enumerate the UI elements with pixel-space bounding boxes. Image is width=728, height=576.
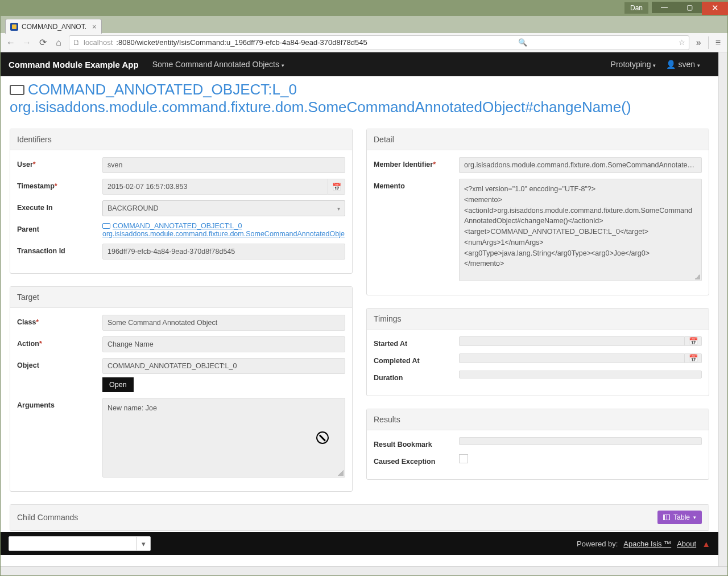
panel-child-commands: Child Commands Table ▾ xyxy=(10,504,709,531)
field-duration xyxy=(459,371,702,378)
grid-icon xyxy=(663,515,670,520)
apache-isis-link[interactable]: Apache Isis ™ xyxy=(623,540,671,548)
panel-timings: Timings Started At 📅 Completed At 📅 xyxy=(366,308,709,396)
close-icon[interactable]: × xyxy=(92,22,97,31)
user-icon: 👤 xyxy=(666,60,676,69)
page-title-object: COMMAND_ANNOTATED_OBJECT:L_0 xyxy=(28,81,297,98)
label-duration: Duration xyxy=(374,371,459,382)
no-drop-cursor-icon xyxy=(316,431,329,444)
parent-link-line1[interactable]: COMMAND_ANNOTATED_OBJECT:L_0 xyxy=(113,222,242,230)
select-execute-in[interactable]: BACKGROUND ▾ xyxy=(102,200,345,216)
panel-identifiers: Identifiers User* sven Timestamp* xyxy=(10,129,353,274)
chevron-down-icon: ▾ xyxy=(337,205,340,212)
chevron-down-icon: ▾ xyxy=(282,63,284,68)
app-navbar: Command Module Example App Some Command … xyxy=(1,52,718,76)
browser-tabstrip: COMMAND_ANNOT. × xyxy=(1,16,727,33)
nav-prototyping[interactable]: Prototyping▾ xyxy=(611,60,656,69)
favicon-icon xyxy=(10,23,18,31)
nav-user-menu[interactable]: 👤sven▾ xyxy=(666,60,700,69)
horizontal-scrollbar[interactable] xyxy=(1,566,727,575)
panel-heading: Child Commands xyxy=(17,513,78,522)
panel-heading: Identifiers xyxy=(10,129,352,150)
hamburger-menu-button[interactable]: ≡ xyxy=(713,38,723,48)
checkbox-caused-exception[interactable] xyxy=(459,454,468,463)
nav-item-label: Some Command Annotated Objects xyxy=(152,60,279,69)
chevron-down-icon: ▾ xyxy=(693,515,696,520)
nav-some-command-objects[interactable]: Some Command Annotated Objects▾ xyxy=(152,60,284,69)
field-timestamp: 2015-02-07 16:57:03.853 xyxy=(102,179,328,195)
url-host: localhost xyxy=(84,38,113,47)
label-action: Action* xyxy=(17,336,102,348)
field-started-at xyxy=(459,336,685,346)
home-button[interactable]: ⌂ xyxy=(53,38,64,48)
panel-results: Results Result Bookmark Caused Exception xyxy=(366,409,709,480)
panel-detail: Detail Member Identifier* org.isisaddons… xyxy=(366,129,709,295)
address-bar[interactable]: 🗋 localhost:8080/wicket/entity/IsisComma… xyxy=(69,35,689,50)
calendar-icon[interactable]: 📅 xyxy=(685,336,702,346)
label-execute-in: Execute In xyxy=(17,200,102,212)
footer-dropdown[interactable]: ▾ xyxy=(9,536,151,551)
label-user: User* xyxy=(17,157,102,168)
parent-link-line2[interactable]: org.isisaddons.module.command.fixture.do… xyxy=(102,230,345,238)
field-user: sven xyxy=(102,157,345,173)
search-icon[interactable]: 🔍 xyxy=(518,38,527,47)
tab-title: COMMAND_ANNOT. xyxy=(22,23,89,31)
object-icon xyxy=(102,223,110,229)
label-completed-at: Completed At xyxy=(374,353,459,365)
panel-heading: Detail xyxy=(367,129,709,150)
label-transaction-id: Transaction Id xyxy=(17,244,102,255)
page-icon: 🗋 xyxy=(73,38,80,47)
select-value: BACKGROUND xyxy=(107,204,159,212)
browser-tab[interactable]: COMMAND_ANNOT. × xyxy=(5,19,102,34)
window-maximize-button[interactable]: ▢ xyxy=(677,2,702,13)
reload-button[interactable]: ⟳ xyxy=(37,37,48,48)
resize-grip-icon[interactable] xyxy=(338,470,344,476)
window-close-button[interactable]: ✕ xyxy=(702,2,728,15)
panel-heading: Target xyxy=(10,287,352,308)
label-class: Class* xyxy=(17,315,102,326)
label-started-at: Started At xyxy=(374,336,459,348)
divider xyxy=(708,36,709,49)
url-path: :8080/wicket/entity/IsisCommand:u_196dff… xyxy=(116,38,367,47)
back-button[interactable]: ← xyxy=(5,38,16,48)
field-object: COMMAND_ANNOTATED_OBJECT:L_0 xyxy=(102,358,345,374)
bookmark-star-icon[interactable]: ☆ xyxy=(679,38,685,47)
label-timestamp: Timestamp* xyxy=(17,179,102,190)
app-footer: ▾ Powered by: Apache Isis ™ About ▲ xyxy=(1,532,718,555)
object-icon xyxy=(10,85,24,95)
field-transaction-id: 196dff79-efcb-4a84-9ead-370d8f78d545 xyxy=(102,244,345,260)
table-view-button[interactable]: Table ▾ xyxy=(657,511,702,524)
vertical-scrollbar[interactable] xyxy=(718,52,727,566)
browser-toolbar: ← → ⟳ ⌂ 🗋 localhost:8080/wicket/entity/I… xyxy=(1,33,727,52)
app-brand[interactable]: Command Module Example App xyxy=(9,60,139,69)
field-member-identifier: org.isisaddons.module.command.fixture.do… xyxy=(459,157,702,173)
nav-user-label: sven xyxy=(678,60,695,69)
field-arguments: New name: Joe xyxy=(102,398,345,478)
chevron-down-icon: ▾ xyxy=(136,537,150,550)
os-user-badge: Dan xyxy=(624,2,648,14)
forward-button[interactable]: → xyxy=(21,38,32,48)
field-completed-at xyxy=(459,353,685,363)
button-label: Table xyxy=(673,513,690,521)
field-action: Change Name xyxy=(102,336,345,352)
panel-heading: Results xyxy=(367,409,709,430)
resize-grip-icon[interactable] xyxy=(694,274,700,279)
chevron-right-icon[interactable]: » xyxy=(694,38,704,48)
about-link[interactable]: About xyxy=(677,540,696,548)
open-button[interactable]: Open xyxy=(102,377,134,392)
chevron-down-icon: ▾ xyxy=(653,63,656,68)
window-minimize-button[interactable]: — xyxy=(652,2,677,13)
label-caused-exception: Caused Exception xyxy=(374,454,459,466)
panel-heading: Timings xyxy=(367,308,709,330)
label-memento: Memento xyxy=(374,179,459,190)
field-memento: <?xml version="1.0" encoding="UTF-8"?> <… xyxy=(459,179,702,281)
calendar-icon[interactable]: 📅 xyxy=(328,179,345,195)
warning-icon[interactable]: ▲ xyxy=(702,539,710,549)
page-title-line2: org.isisaddons.module.command.fixture.do… xyxy=(10,98,709,116)
os-titlebar: Dan — ▢ ✕ xyxy=(0,0,728,16)
page-title-line1: COMMAND_ANNOTATED_OBJECT:L_0 xyxy=(10,81,709,98)
chevron-down-icon: ▾ xyxy=(697,63,700,68)
calendar-icon[interactable]: 📅 xyxy=(685,353,702,363)
label-arguments: Arguments xyxy=(17,398,102,409)
field-result-bookmark xyxy=(459,437,702,445)
